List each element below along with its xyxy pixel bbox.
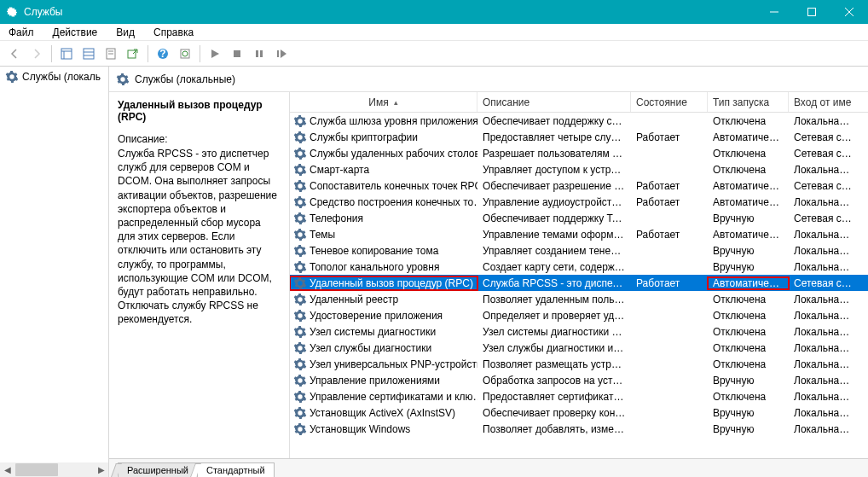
service-name: Смарт-карта (310, 164, 369, 176)
table-row[interactable]: Установщик WindowsПозволяет добавлять, и… (290, 421, 868, 437)
service-icon (293, 406, 307, 420)
tree-pane: Службы (локаль ◀ ▶ (0, 67, 109, 477)
column-name[interactable]: Имя▴ (290, 92, 477, 112)
service-name: Службы удаленных рабочих столов (310, 148, 477, 160)
svg-marker-20 (211, 49, 219, 58)
close-button[interactable] (830, 0, 868, 24)
service-name: Удостоверение приложения (310, 310, 443, 322)
table-row[interactable]: Узел универсальных PNP-устройствПозволяе… (290, 356, 868, 372)
service-start: Вручную (708, 212, 789, 224)
service-logon: Локальная с (789, 196, 857, 208)
tab-strip: Расширенный Стандартный (109, 458, 868, 477)
menu-action[interactable]: Действие (49, 26, 101, 39)
view-large-button[interactable] (57, 44, 76, 63)
service-icon (293, 390, 307, 404)
menu-view[interactable]: Вид (113, 26, 138, 39)
svg-text:?: ? (159, 48, 165, 60)
service-desc: Определяет и проверяет удос… (477, 310, 631, 322)
column-logon[interactable]: Вход от име (789, 92, 857, 112)
service-start: Вручную (708, 375, 789, 387)
service-logon: Локальная с (789, 423, 857, 435)
stop-service-button[interactable] (228, 44, 246, 63)
service-icon (293, 341, 307, 355)
service-start: Отключена (708, 115, 789, 127)
service-start: Отключена (708, 310, 789, 322)
service-start: Отключена (708, 164, 789, 176)
table-row[interactable]: Управление сертификатами и клю…Предостав… (290, 388, 868, 404)
column-state[interactable]: Состояние (631, 92, 708, 112)
start-service-button[interactable] (205, 44, 224, 63)
service-icon (293, 325, 307, 339)
properties-button[interactable] (101, 44, 120, 63)
help-button[interactable]: ? (153, 44, 172, 63)
view-detail-button[interactable] (79, 44, 98, 63)
window-title: Службы (24, 6, 755, 18)
service-name: Установщик Windows (310, 423, 410, 435)
table-row[interactable]: Службы удаленных рабочих столовРазрешает… (290, 145, 868, 161)
table-row[interactable]: Служба шлюза уровня приложенияОбеспечива… (290, 113, 868, 129)
service-start: Отключена (708, 342, 789, 354)
service-desc: Обеспечивает поддержку Tele… (477, 212, 631, 224)
toolbar-separator (51, 45, 52, 62)
forward-button[interactable] (27, 44, 46, 63)
tab-extended[interactable]: Расширенный (118, 462, 198, 477)
table-row[interactable]: Тополог канального уровняСоздает карту с… (290, 259, 868, 275)
column-startup[interactable]: Тип запуска (708, 92, 789, 112)
column-description[interactable]: Описание (477, 92, 631, 112)
tree-root-label: Службы (локаль (22, 71, 101, 83)
service-name: Темы (310, 229, 335, 241)
panel-heading: Службы (локальные) (135, 73, 235, 85)
table-row[interactable]: Сопоставитель конечных точек RPCОбеспечи… (290, 177, 868, 194)
tab-standard[interactable]: Стандартный (197, 462, 275, 477)
service-state: Работает (631, 229, 708, 241)
tree-root-item[interactable]: Службы (локаль (0, 67, 108, 87)
table-row[interactable]: Теневое копирование томаУправляет создан… (290, 242, 868, 259)
minimize-button[interactable] (755, 0, 793, 24)
table-row[interactable]: Службы криптографииПредоставляет четыре … (290, 129, 868, 145)
export-button[interactable] (124, 44, 142, 63)
svg-rect-24 (277, 50, 279, 57)
refresh-button[interactable] (176, 44, 194, 63)
back-button[interactable] (5, 44, 24, 63)
menu-help[interactable]: Справка (150, 26, 197, 39)
gear-icon (116, 73, 130, 86)
menu-file[interactable]: Файл (5, 26, 38, 39)
service-name: Узел службы диагностики (310, 342, 431, 354)
table-row[interactable]: Узел системы диагностикиУзел системы диа… (290, 323, 868, 340)
pause-service-button[interactable] (250, 44, 269, 63)
scroll-left-icon[interactable]: ◀ (0, 462, 14, 477)
service-logon: Локальная с (789, 342, 857, 354)
table-row[interactable]: Узел службы диагностикиУзел службы диагн… (290, 340, 868, 356)
service-state: Работает (631, 277, 708, 289)
description-label: Описание: (118, 133, 281, 145)
service-logon: Сетевая слу: (789, 131, 857, 143)
service-start: Вручную (708, 245, 789, 257)
table-row[interactable]: ТемыУправление темами оформле…РаботаетАв… (290, 226, 868, 242)
horizontal-scrollbar[interactable]: ◀ ▶ (0, 462, 108, 477)
restart-service-button[interactable] (272, 44, 291, 63)
scroll-thumb[interactable] (15, 463, 58, 476)
description-pane: Удаленный вызов процедур (RPC) Описание:… (109, 92, 290, 458)
service-start: Отключена (708, 358, 789, 370)
table-row[interactable]: Удостоверение приложенияОпределяет и про… (290, 307, 868, 323)
table-row[interactable]: Смарт-картаУправляет доступом к устрой…О… (290, 161, 868, 177)
table-row[interactable]: Управление приложениямиОбработка запросо… (290, 372, 868, 388)
service-name: Служба шлюза уровня приложения (310, 115, 477, 127)
menubar: Файл Действие Вид Справка (0, 24, 868, 41)
table-row[interactable]: ТелефонияОбеспечивает поддержку Tele…Вру… (290, 210, 868, 226)
table-row[interactable]: Установщик ActiveX (AxInstSV)Обеспечивае… (290, 404, 868, 421)
table-row[interactable]: Удаленный реестрПозволяет удаленным поль… (290, 291, 868, 307)
service-logon: Локальная с (789, 229, 857, 241)
table-row[interactable]: Средство построения конечных то…Управлен… (290, 194, 868, 210)
scroll-right-icon[interactable]: ▶ (94, 462, 108, 477)
service-icon (293, 293, 307, 306)
service-name: Службы криптографии (310, 131, 418, 143)
service-icon (293, 422, 307, 436)
service-logon: Локальная с (789, 294, 857, 305)
service-desc: Узел службы диагностики ис… (477, 342, 631, 354)
svg-rect-22 (256, 50, 258, 57)
table-row[interactable]: Удаленный вызов процедур (RPC)Служба RPC… (290, 275, 868, 291)
selected-service-name: Удаленный вызов процедур (RPC) (118, 99, 281, 123)
maximize-button[interactable] (793, 0, 830, 24)
service-logon: Сетевая слу: (789, 180, 857, 192)
